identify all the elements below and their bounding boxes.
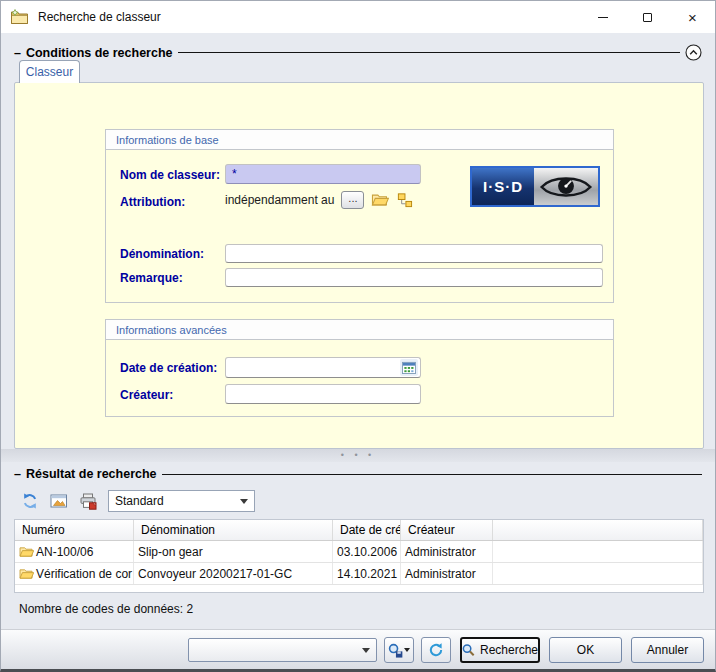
refresh-icon [428,642,444,658]
date-de-creation-field [225,357,421,378]
column-header-createur[interactable]: Créateur [401,520,493,540]
remarque-input[interactable] [225,268,603,287]
informations-avancees-group: Informations avancées Date de création: … [105,319,614,417]
cell-denomination: Convoyeur 20200217-01-GC [134,563,333,584]
column-header-numero[interactable]: Numéro [15,520,134,540]
column-header-empty [493,520,703,540]
titlebar: Recherche de classeur × [1,1,715,33]
maximize-button[interactable] [625,1,670,33]
recherche-de-classeur-dialog: Recherche de classeur × – Conditions de … [0,0,716,672]
isd-logo-text: I·S·D [472,168,534,205]
cell-date: 14.10.2021 [333,563,401,584]
date-de-creation-input[interactable] [226,361,400,375]
section-dash: – [14,46,21,60]
section-rule [178,52,680,53]
nom-de-classeur-input[interactable] [225,164,421,184]
chevron-down-icon [362,648,370,653]
view-select[interactable]: Standard [108,490,255,512]
cell-numero: AN-100/06 [15,541,134,562]
close-button[interactable]: × [670,1,715,33]
isd-eye-icon [534,168,598,205]
window-controls: × [580,1,715,33]
reset-search-button[interactable] [421,637,451,663]
hierarchy-icon[interactable] [396,192,413,208]
search-icon [462,643,475,657]
results-table: Numéro Dénomination Date de créa Créateu… [14,519,704,593]
createur-input[interactable] [225,384,421,404]
window-title: Recherche de classeur [38,10,161,24]
nom-de-classeur-label: Nom de classeur: [120,168,220,182]
export-view-icon [50,493,68,509]
results-section-header: – Résultat de recherche [14,467,702,481]
recherche-button-label: Recherche [480,643,538,657]
isd-logo: I·S·D [470,166,600,207]
attribution-row: indépendamment au ... [225,191,413,209]
table-row[interactable]: Vérification de cor Convoyeur 20200217-0… [15,563,703,585]
ok-button[interactable]: OK [549,637,622,663]
section-dash: – [14,467,21,481]
refresh-icon [21,492,39,510]
folder-icon [19,546,34,558]
informations-de-base-group: Informations de base Nom de classeur: I·… [105,129,614,303]
chevron-down-icon [240,499,248,504]
folder-new-icon [10,9,29,25]
results-title: Résultat de recherche [26,467,157,481]
cell-numero-text: AN-100/06 [36,545,93,559]
remarque-label: Remarque: [120,271,183,285]
table-header-row: Numéro Dénomination Date de créa Créateu… [15,520,703,541]
footer-bar: Recherche OK Annuler [1,629,715,670]
chevron-up-icon [685,44,702,61]
folder-icon [19,568,34,580]
denomination-label: Dénomination: [120,247,204,261]
minimize-icon [598,17,608,18]
save-search-button[interactable] [384,637,414,663]
saved-search-combo[interactable] [188,638,377,662]
printer-icon [79,493,97,510]
export-view-button[interactable] [48,490,70,512]
attribution-browse-button[interactable]: ... [341,191,364,209]
section-rule [162,474,702,475]
cell-numero: Vérification de cor [15,563,134,584]
column-header-denomination[interactable]: Dénomination [134,520,333,540]
folder-open-icon[interactable] [371,193,389,207]
chevron-down-icon [404,648,410,652]
attribution-label: Attribution: [120,195,185,209]
cell-empty [493,541,703,562]
column-header-date[interactable]: Date de créa [333,520,401,540]
refresh-results-button[interactable] [19,490,41,512]
close-icon: × [688,10,697,25]
collapse-section-button[interactable] [685,44,702,61]
group-adv-title: Informations avancées [106,320,613,340]
cell-empty [493,563,703,584]
results-toolbar: Standard [19,489,255,513]
view-select-value: Standard [109,494,240,508]
cell-date: 03.10.2006 [333,541,401,562]
conditions-title: Conditions de recherche [26,46,173,60]
date-de-creation-label: Date de création: [120,361,217,375]
splitter-handle[interactable]: • • • [1,449,715,462]
table-row[interactable]: AN-100/06 Slip-on gear 03.10.2006 Admini… [15,541,703,563]
tab-classeur[interactable]: Classeur [19,60,80,83]
cell-numero-text: Vérification de cor [36,567,132,581]
result-count-status: Nombre de codes de données: 2 [19,602,193,616]
conditions-section-header: – Conditions de recherche [14,44,702,61]
print-results-button[interactable] [77,490,99,512]
recherche-button[interactable]: Recherche [460,637,540,663]
annuler-button[interactable]: Annuler [631,637,704,663]
minimize-button[interactable] [580,1,625,33]
calendar-icon[interactable] [400,359,418,376]
attribution-value: indépendamment au [225,193,334,207]
denomination-input[interactable] [225,244,603,263]
search-save-icon [388,643,403,658]
group-base-title: Informations de base [106,130,613,150]
cell-denomination: Slip-on gear [134,541,333,562]
createur-label: Créateur: [120,388,173,402]
cell-createur: Administrator [401,563,493,584]
maximize-icon [643,13,652,22]
cell-createur: Administrator [401,541,493,562]
